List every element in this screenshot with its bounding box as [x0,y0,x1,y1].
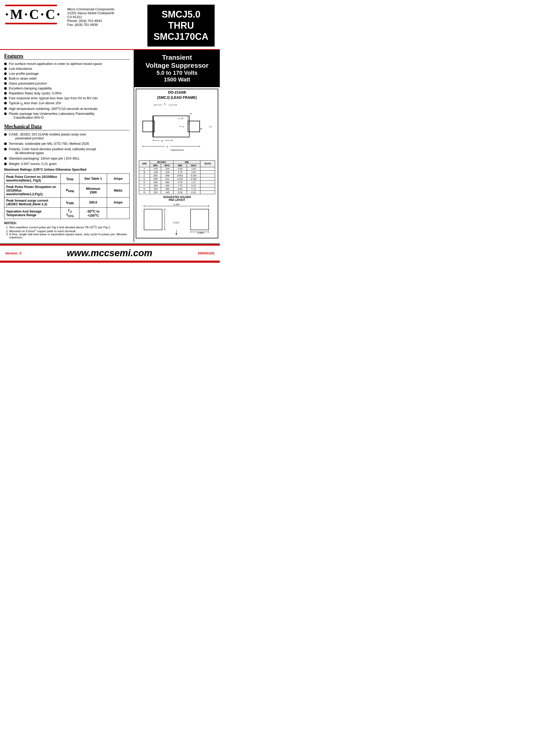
table-row: H.220.2455.596.22 [139,190,215,194]
logo-bar-bottom [5,23,57,24]
mechanical-title: Mechanical Data [4,124,129,130]
ratings-table: Peak Pulse Current on 10/1000us waveform… [4,174,129,219]
table-row: F.305.3207.758.13 [139,184,215,187]
svg-text:0.185: 0.185 [174,203,180,206]
table-row: C.002.0080.0510.203 [139,174,215,177]
list-item: Weight: 0.007 ounce, 0.21 gram [4,162,129,166]
list-item: Typical ID less than 1uA above 10V [4,101,129,106]
table-header: NOTE [200,160,215,167]
bullet-icon [4,68,7,70]
list-item: Plastic package has Underwrites Laborato… [4,112,129,120]
bullet-icon [4,148,7,151]
bullet-icon [4,157,7,160]
table-row: B.108.1282.753.25 [139,170,215,174]
bullet-icon [4,112,7,115]
table-header: MAX [187,164,200,167]
list-item: Excellent clamping capability [4,86,129,90]
tvs-line3: 5.0 to 170 Volts [137,70,217,76]
list-item: Terminals: solderable per MIL-STD-750, M… [4,142,129,146]
table-cell: Operation And Storage Temperature Range [4,208,61,219]
tvs-line2: Voltage Suppressor [137,62,217,70]
footer: Version: 3 www.mccsemi.com 2003/01/01 [0,244,220,261]
svg-rect-36 [190,209,209,230]
header: ·M·C·C· Micro Commercial Components 2120… [0,0,220,50]
package-box: DO-214AB (SMCJ) (LEAD FRAME) G H [136,89,218,238]
table-row: E.030.0500.761.27 [139,181,215,184]
list-item: Low inductance [4,67,129,70]
list-item: For surface mount application in order t… [4,62,129,66]
svg-text:C: C [210,126,212,128]
bullet-icon [4,87,7,90]
bullet-icon [4,107,7,110]
features-list: For surface mount application in order t… [4,62,129,120]
list-item: Polarity: Color band denotes positive en… [4,147,129,155]
list-item: High temperature soldering: 260OC/10 sec… [4,106,129,111]
table-cell: PPPM [61,184,79,198]
solder-pad-svg: 0.185 0.121" 0.060" [139,201,215,235]
table-cell: TJ,TSTG [61,208,79,219]
table-cell: Peak forward surge current (JEDEC Method… [4,198,61,208]
address-line1: 21201 Itasca Street Chatsworth [67,11,147,15]
bullet-icon [4,92,7,95]
bullet-icon [4,142,7,145]
package-title-line1: DO-214AB [137,90,217,94]
list-item: Standard packaging: 16mm tape per ( EIA … [4,156,129,160]
mechanical-section: Mechanical Data CASE: JEDEC DO-214AB mol… [4,124,129,166]
table-cell [107,208,129,219]
bullet-icon [4,102,7,104]
bullet-icon [4,133,7,136]
features-title: Features [4,53,129,60]
list-item: Fast response time: typical less than 1p… [4,96,129,100]
tvs-line1: Transient [137,53,217,62]
dimensions-table: D/M INCHES MM NOTE MIN MAX MIN MAX A.079… [139,160,215,194]
table-row: Operation And Storage Temperature Range … [4,208,129,219]
part-number-box: SMCJ5.0THRUSMCJ170CA [147,5,214,46]
table-cell: IFSM) [61,198,79,208]
phone: Phone: (818) 701-4933 [67,19,147,23]
table-cell: 200.0 [79,198,107,208]
bullet-icon [4,82,7,85]
table-cell: See Table 1 [79,174,107,184]
right-panel: Transient Voltage Suppressor 5.0 to 170 … [134,50,220,242]
table-cell: Minimum1500 [79,184,107,198]
table-header: D/M [139,160,150,167]
notes-list: Non-repetitive current pulse per Fig.3 a… [9,225,129,239]
bullet-icon [4,163,7,165]
bullet-icon [4,77,7,80]
version-text: Version: 3 [5,251,21,255]
table-cell: Amps [107,198,129,208]
svg-text:B: B [200,127,202,130]
max-ratings-note: Maximum Ratings @25°C Unless Otherwise S… [4,168,129,171]
table-cell: Amps [107,174,129,184]
notes-title: NOTES: [4,221,17,225]
table-header: MM [173,160,200,164]
list-item: Mounted on 8.0mm2 copper pads to each te… [9,229,129,233]
table-row: A.079.1032.002.62 [139,167,215,170]
list-item: 8.3ms, single half sine-wave or equivale… [9,233,129,239]
table-row: Peak Pulse Current on 10/1000us waveform… [4,174,129,184]
table-header: MAX [161,164,173,167]
main-content: Features For surface mount application i… [0,50,220,242]
left-panel: Features For surface mount application i… [0,50,134,242]
footer-url: www.mccsemi.com [21,248,198,259]
list-item: Non-repetitive current pulse per Fig.3 a… [9,225,129,229]
logo: ·M·C·C· [5,8,62,21]
table-row: G.260.2806.607.11 [139,187,215,190]
diagram-area: G H [137,100,217,237]
svg-text:H: H [190,112,192,115]
svg-text:D: D [182,117,183,120]
table-cell: Peak Pulse Power Disspation on 10/1000us… [4,184,61,198]
mechanical-list: CASE: JEDEC DO-214AB molded plastic body… [4,132,129,166]
svg-text:E: E [161,140,163,142]
date-text: 2003/01/01 [198,251,214,255]
list-item: CASE: JEDEC DO-214AB molded plastic body… [4,132,129,140]
list-item: Repetition Rate( duty cycle): 0.05% [4,91,129,95]
tvs-line4: 1500 Watt [137,76,217,83]
bullet-icon [4,72,7,75]
list-item: Low profile package [4,71,129,75]
svg-rect-11 [188,121,200,132]
list-item: Built-in strain relief [4,76,129,80]
logo-bar-top [5,5,57,6]
svg-text:G: G [164,103,165,105]
svg-marker-42 [176,234,177,235]
